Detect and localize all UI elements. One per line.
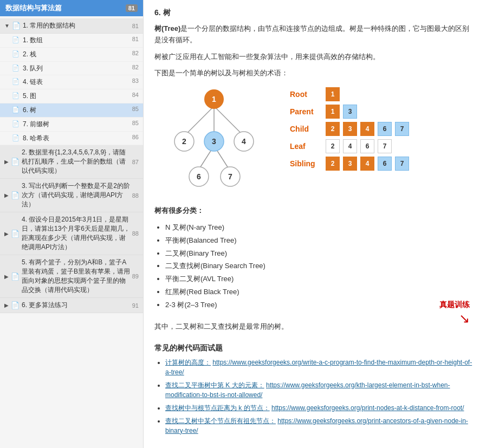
sidebar-item-trie[interactable]: 📄 7. 前缀树 85 xyxy=(0,118,143,132)
tree-diagram: 1 2 3 4 6 7 xyxy=(154,87,274,197)
group1-label: 1. 常用的数据结构 xyxy=(23,21,132,30)
group2-label: 2. 数据里有{1,2,3,4,5,6,7,8,9}，请随机打乱顺序，生成一个新… xyxy=(22,148,132,176)
list-item: 查找二叉树中某个节点所有祖先节点： https://www.geeksforge… xyxy=(165,416,475,436)
svg-text:1: 1 xyxy=(212,95,216,103)
page-icon: 📄 xyxy=(12,106,20,113)
legend-child-node-4: 4 xyxy=(360,122,374,136)
sidebar: 数据结构与算法篇 81 ▼ 📄 1. 常用的数据结构 81 📄 1. 数组 81… xyxy=(0,0,144,448)
page-icon: 📄 xyxy=(12,120,20,127)
legend-sibling: Sibling 2 3 4 6 7 xyxy=(290,157,409,171)
legend-child-node-2: 2 xyxy=(326,122,340,136)
group1-page: 81 xyxy=(132,23,139,29)
sidebar-item-graph[interactable]: 📄 5. 图 84 xyxy=(0,89,143,103)
legend-parent-node-1: 1 xyxy=(326,105,340,119)
summary-text: 其中，二叉树和二叉查找树是最常用的树。 xyxy=(154,322,288,332)
page-icon: 📄 xyxy=(12,50,20,57)
item6-page: 85 xyxy=(132,106,139,112)
intro-bold: 树(Tree) xyxy=(154,24,180,33)
group1-items: 📄 1. 数组 81 📄 2. 栈 82 📄 3. 队列 82 📄 4. 链表 … xyxy=(0,34,143,145)
legend-child-node-3: 3 xyxy=(343,122,357,136)
diagram-area: 1 2 3 4 6 7 Root xyxy=(154,87,475,197)
list-item: 二叉查找树(Binary Search Tree) xyxy=(165,261,475,272)
book-icon-5: 📄 xyxy=(11,272,20,281)
list-item: 平衡树(Balanced Tree) xyxy=(165,235,475,246)
intro-paragraph-3: 下图是一个简单的树以及与树相关的术语： xyxy=(154,68,475,79)
sidebar-group-1[interactable]: ▼ 📄 1. 常用的数据结构 81 xyxy=(0,18,143,34)
arrow-icon-6: ▶ xyxy=(4,302,9,308)
problems-list: 计算树的高度： https://www.geeksforgeeks.org/wr… xyxy=(165,358,475,436)
sidebar-item-stack[interactable]: 📄 2. 栈 82 xyxy=(0,48,143,62)
legend-child-node-6: 6 xyxy=(378,122,392,136)
list-item: 2-3 树(2–3 Tree) xyxy=(165,300,475,311)
sidebar-group-3[interactable]: ▶ 📄 3. 写出代码判断一个整数是不是2的阶次方（请代码实现，谢绝调用API方… xyxy=(0,179,143,212)
legend-leaf: Leaf 2 4 6 7 xyxy=(290,139,409,153)
legend-sibling-node-3: 3 xyxy=(343,157,357,171)
problem-link-1[interactable]: 计算树的高度： xyxy=(165,359,211,366)
list-item: 查找树中与根节点距离为 k 的节点： https://www.geeksforg… xyxy=(165,403,475,413)
book-icon-4: 📄 xyxy=(11,230,20,238)
annotation: 真题训练 ↘ xyxy=(439,300,470,326)
sidebar-item-queue[interactable]: 📄 3. 队列 82 xyxy=(0,62,143,76)
item3-page: 82 xyxy=(132,64,139,70)
sidebar-item-hashmap[interactable]: 📄 8. 哈希表 86 xyxy=(0,132,143,146)
page-icon: 📄 xyxy=(12,64,20,72)
annotation-arrow-icon: ↘ xyxy=(439,311,470,326)
tree-legend: Root 1 Parent 1 3 Child 2 3 4 6 7 Leaf xyxy=(290,87,409,171)
sidebar-item-tree[interactable]: 📄 6. 树 85 xyxy=(0,103,143,118)
arrow-icon-2: ▶ xyxy=(4,159,9,165)
legend-child: Child 2 3 4 6 7 xyxy=(290,122,409,136)
problem-url-3[interactable]: https://www.geeksforgeeks.org/print-node… xyxy=(271,404,464,412)
legend-leaf-node-2: 2 xyxy=(326,139,340,153)
sidebar-item-array[interactable]: 📄 1. 数组 81 xyxy=(0,34,143,48)
categories-header: 树有很多分类： xyxy=(154,205,475,217)
group5-page: 89 xyxy=(132,273,139,280)
list-item: 平衡二叉树(AVL Tree) xyxy=(165,274,475,285)
group5-label: 5. 有两个篮子，分别为A和B，篮子A里装有鸡蛋，篮子B里装有苹果，请用面向对象… xyxy=(22,258,132,295)
list-item: 红黑树(Red Black Tree) xyxy=(165,287,475,298)
item7-page: 85 xyxy=(132,120,139,126)
arrow-icon: ▼ xyxy=(4,23,10,29)
svg-text:3: 3 xyxy=(212,137,216,146)
problem-url-1[interactable]: https://www.geeksforgeeks.org/write-a-c-… xyxy=(165,359,472,376)
item4-page: 83 xyxy=(132,77,139,84)
svg-text:4: 4 xyxy=(242,137,246,146)
item5-label: 5. 图 xyxy=(23,92,130,101)
item3-label: 3. 队列 xyxy=(23,64,130,73)
page-icon: 📄 xyxy=(12,92,20,99)
section-title: 6. 树 xyxy=(154,8,475,18)
problem-link-2[interactable]: 查找二叉平衡树中第 K 大的元素： xyxy=(165,381,264,389)
problem-link-4[interactable]: 查找二叉树中某个节点所有祖先节点： xyxy=(165,417,276,425)
legend-root-label: Root xyxy=(290,90,322,99)
arrow-icon-5: ▶ xyxy=(4,274,9,280)
sidebar-group-5[interactable]: ▶ 📄 5. 有两个篮子，分别为A和B，篮子A里装有鸡蛋，篮子B里装有苹果，请用… xyxy=(0,255,143,298)
sidebar-item-linkedlist[interactable]: 📄 4. 链表 83 xyxy=(0,75,143,89)
intro-paragraph-2: 树被广泛应用在人工智能和一些复杂算法中，用来提供高效的存储结构。 xyxy=(154,51,475,63)
legend-child-label: Child xyxy=(290,125,322,133)
legend-sibling-node-2: 2 xyxy=(326,157,340,171)
summary-row: 其中，二叉树和二叉查找树是最常用的树。 真题训练 ↘ xyxy=(154,316,475,337)
group6-label: 6. 更多算法练习 xyxy=(22,301,132,310)
intro-paragraph-1: 树(Tree)是一个分层的数据结构，由节点和连接节点的边组成。树是一种特殊的图，… xyxy=(154,23,475,46)
legend-sibling-node-4: 4 xyxy=(360,157,374,171)
item8-page: 86 xyxy=(132,134,139,140)
svg-text:6: 6 xyxy=(197,172,201,181)
arrow-icon-3: ▶ xyxy=(4,192,9,198)
sidebar-group-2[interactable]: ▶ 📄 2. 数据里有{1,2,3,4,5,6,7,8,9}，请随机打乱顺序，生… xyxy=(0,145,143,179)
intro-text-1: 是一个分层的数据结构，由节点和连接节点的边组成。树是一种特殊的图，它与图最大的区… xyxy=(154,24,469,44)
item1-page: 81 xyxy=(132,36,139,42)
legend-root: Root 1 xyxy=(290,87,409,101)
item1-label: 1. 数组 xyxy=(23,36,130,45)
item8-label: 8. 哈希表 xyxy=(23,134,130,143)
sidebar-group-6[interactable]: ▶ 📄 6. 更多算法练习 91 xyxy=(0,298,143,313)
page-icon: 📄 xyxy=(12,134,20,141)
page-icon: 📄 xyxy=(12,36,20,43)
problem-link-3[interactable]: 查找树中与根节点距离为 k 的节点： xyxy=(165,404,270,412)
book-icon-2: 📄 xyxy=(11,158,20,166)
problems-header: 常见的树代码面试题 xyxy=(154,343,475,353)
main-content: 6. 树 树(Tree)是一个分层的数据结构，由节点和连接节点的边组成。树是一种… xyxy=(144,0,486,448)
legend-root-node-1: 1 xyxy=(326,87,340,101)
item6-label: 6. 树 xyxy=(23,106,130,115)
book-icon-3: 📄 xyxy=(11,191,20,199)
sidebar-group-4[interactable]: ▶ 📄 4. 假设今日是2015年3月1日，是星期日，请算出13个月零6天后是星… xyxy=(0,212,143,255)
tree-svg: 1 2 3 4 6 7 xyxy=(154,87,274,196)
